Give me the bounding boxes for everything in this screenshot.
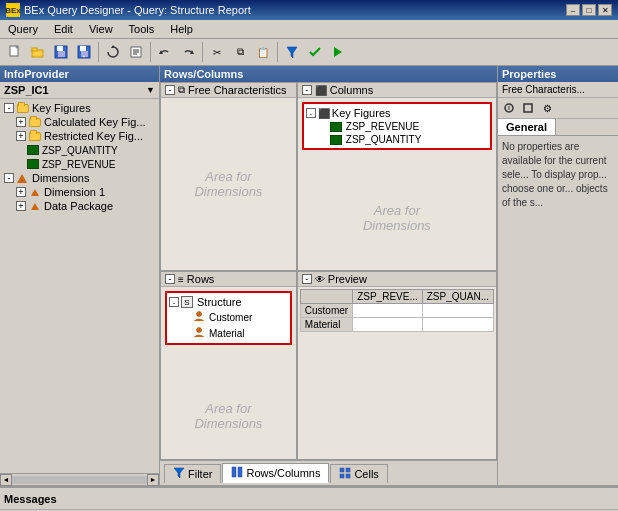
calc-kf-expander[interactable]: + bbox=[16, 117, 26, 127]
restricted-key-figures-item[interactable]: + Restricted Key Fig... bbox=[14, 129, 157, 143]
messages-label: Messages bbox=[4, 493, 57, 505]
rows-columns-tab[interactable]: Rows/Columns bbox=[222, 463, 329, 483]
struct-expand[interactable]: - bbox=[169, 297, 179, 307]
preview-col2-header: ZSP_QUAN... bbox=[422, 290, 493, 304]
svg-marker-22 bbox=[174, 468, 184, 478]
window-title: BEx Query Designer - Query: Structure Re… bbox=[24, 4, 251, 16]
dimensions-group[interactable]: - Dimensions bbox=[2, 171, 157, 185]
zsp-revenue-col-item[interactable]: ZSP_REVENUE bbox=[318, 120, 488, 133]
minimize-button[interactable]: – bbox=[566, 4, 580, 16]
menu-help[interactable]: Help bbox=[166, 22, 197, 36]
calc-key-figures-item[interactable]: + Calculated Key Fig... bbox=[14, 115, 157, 129]
zsp-quantity-item[interactable]: ZSP_QUANTITY bbox=[14, 143, 157, 157]
execute-button[interactable] bbox=[327, 41, 349, 63]
cells-tab[interactable]: Cells bbox=[330, 464, 387, 483]
data-pkg-expander[interactable]: + bbox=[16, 201, 26, 211]
columns-icon: ⬛ bbox=[315, 85, 327, 96]
free-char-watermark: Area for Dimensions bbox=[194, 169, 262, 199]
menu-view[interactable]: View bbox=[85, 22, 117, 36]
properties-button[interactable] bbox=[125, 41, 147, 63]
material-row-item[interactable]: Material bbox=[181, 325, 288, 341]
preview-expand[interactable]: - bbox=[302, 274, 312, 284]
columns-expand[interactable]: - bbox=[302, 85, 312, 95]
info-provider-tree: - Key Figures + Calculated Key Fig... + bbox=[0, 99, 159, 473]
toolbar: + ✂ ⧉ 📋 bbox=[0, 39, 618, 66]
redo-button[interactable] bbox=[177, 41, 199, 63]
customer-row-item[interactable]: Customer bbox=[181, 309, 288, 325]
preview-material-cell: Material bbox=[300, 318, 352, 332]
cells-tab-label: Cells bbox=[354, 468, 378, 480]
key-figures-group[interactable]: - Key Figures bbox=[2, 101, 157, 115]
scroll-track[interactable] bbox=[12, 476, 147, 484]
key-figures-box-label: Key Figures bbox=[332, 107, 391, 119]
zsp-quantity-col-label: ZSP_QUANTITY bbox=[346, 134, 422, 145]
scroll-right-btn[interactable]: ► bbox=[147, 474, 159, 486]
restricted-kf-expander[interactable]: + bbox=[16, 131, 26, 141]
columns-body[interactable]: - ⬛ Key Figures ZSP_REVENUE ZSP_ bbox=[298, 98, 496, 270]
key-figures-expander[interactable]: - bbox=[4, 103, 14, 113]
svg-rect-28 bbox=[346, 474, 350, 478]
new-button[interactable] bbox=[4, 41, 26, 63]
prop-tool-3[interactable]: ⚙ bbox=[538, 99, 556, 117]
svg-rect-26 bbox=[346, 468, 350, 472]
rows-watermark: Area for Dimensions bbox=[194, 401, 262, 431]
kf-quantity-icon bbox=[26, 144, 40, 156]
rows-columns-panel: Rows/Columns - ⧉ Free Characteristics Ar… bbox=[160, 66, 498, 485]
properties-content: No properties are available for the curr… bbox=[498, 136, 618, 485]
dropdown-icon[interactable]: ▼ bbox=[146, 85, 155, 95]
save-as-button[interactable]: + bbox=[73, 41, 95, 63]
rows-icon: ≡ bbox=[178, 274, 184, 285]
preview-table: ZSP_REVE... ZSP_QUAN... Customer bbox=[300, 289, 494, 332]
menu-edit[interactable]: Edit bbox=[50, 22, 77, 36]
preview-body: ZSP_REVE... ZSP_QUAN... Customer bbox=[298, 287, 496, 459]
close-button[interactable]: ✕ bbox=[598, 4, 612, 16]
data-package-item[interactable]: + Data Package bbox=[14, 199, 157, 213]
preview-customer-cell: Customer bbox=[300, 304, 352, 318]
maximize-button[interactable]: □ bbox=[582, 4, 596, 16]
columns-quadrant: - ⬛ Columns - ⬛ Key Figures bbox=[297, 82, 497, 271]
data-package-label: Data Package bbox=[44, 200, 113, 212]
filter-button[interactable] bbox=[281, 41, 303, 63]
dimension1-item[interactable]: + Dimension 1 bbox=[14, 185, 157, 199]
struct-icon: S bbox=[181, 296, 193, 308]
svg-rect-27 bbox=[340, 474, 344, 478]
datasource-row[interactable]: ZSP_IC1 ▼ bbox=[0, 82, 159, 99]
undo-button[interactable] bbox=[154, 41, 176, 63]
rows-columns-header: Rows/Columns bbox=[160, 66, 497, 82]
check-button[interactable] bbox=[304, 41, 326, 63]
svg-rect-25 bbox=[340, 468, 344, 472]
menu-tools[interactable]: Tools bbox=[125, 22, 159, 36]
filter-tab[interactable]: Filter bbox=[164, 464, 221, 483]
info-provider-hscroll[interactable]: ◄ ► bbox=[0, 473, 159, 485]
scroll-left-btn[interactable]: ◄ bbox=[0, 474, 12, 486]
free-char-body[interactable]: Area for Dimensions bbox=[161, 98, 296, 270]
columns-watermark: Area for Dimensions bbox=[363, 203, 431, 233]
general-tab[interactable]: General bbox=[498, 119, 556, 135]
prop-tool-1[interactable] bbox=[500, 99, 518, 117]
messages-section: Messages Status Message bbox=[0, 485, 618, 511]
rows-body[interactable]: - S Structure Customer bbox=[161, 287, 296, 459]
open-button[interactable] bbox=[27, 41, 49, 63]
rows-expand[interactable]: - bbox=[165, 274, 175, 284]
kf-box-expand[interactable]: - bbox=[306, 108, 316, 118]
cut-button[interactable]: ✂ bbox=[206, 41, 228, 63]
dim1-expander[interactable]: + bbox=[16, 187, 26, 197]
calc-kf-icon bbox=[28, 116, 42, 128]
zsp-quantity-col-item[interactable]: ZSP_QUANTITY bbox=[318, 133, 488, 146]
material-label: Material bbox=[209, 328, 245, 339]
free-char-expand[interactable]: - bbox=[165, 85, 175, 95]
zsp-revenue-item[interactable]: ZSP_REVENUE bbox=[14, 157, 157, 171]
refresh-button[interactable] bbox=[102, 41, 124, 63]
free-char-icon: ⧉ bbox=[178, 84, 185, 96]
filter-tab-icon bbox=[173, 467, 185, 481]
toolbar-sep-1 bbox=[98, 42, 99, 62]
preview-material-rev bbox=[353, 318, 423, 332]
menu-query[interactable]: Query bbox=[4, 22, 42, 36]
copy-button[interactable]: ⧉ bbox=[229, 41, 251, 63]
rows-header: - ≡ Rows bbox=[161, 272, 296, 287]
prop-tool-2[interactable] bbox=[519, 99, 537, 117]
material-icon bbox=[193, 326, 205, 340]
save-button[interactable] bbox=[50, 41, 72, 63]
dimensions-expander[interactable]: - bbox=[4, 173, 14, 183]
paste-button[interactable]: 📋 bbox=[252, 41, 274, 63]
